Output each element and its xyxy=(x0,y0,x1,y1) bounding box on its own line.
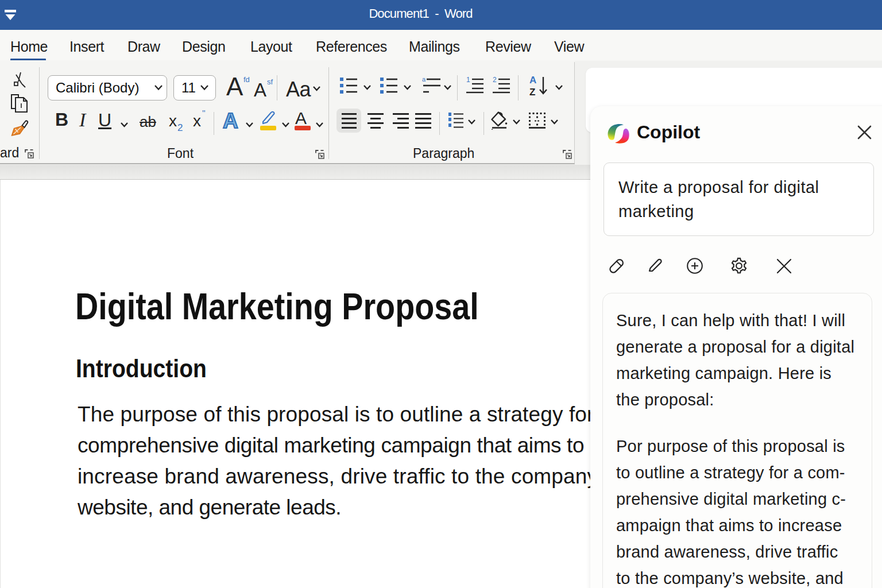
svg-text:1: 1 xyxy=(466,76,470,84)
svg-text:a: a xyxy=(422,76,426,83)
svg-text:Z: Z xyxy=(529,87,535,98)
svg-text:2: 2 xyxy=(493,76,497,84)
svg-text:A: A xyxy=(529,75,536,86)
